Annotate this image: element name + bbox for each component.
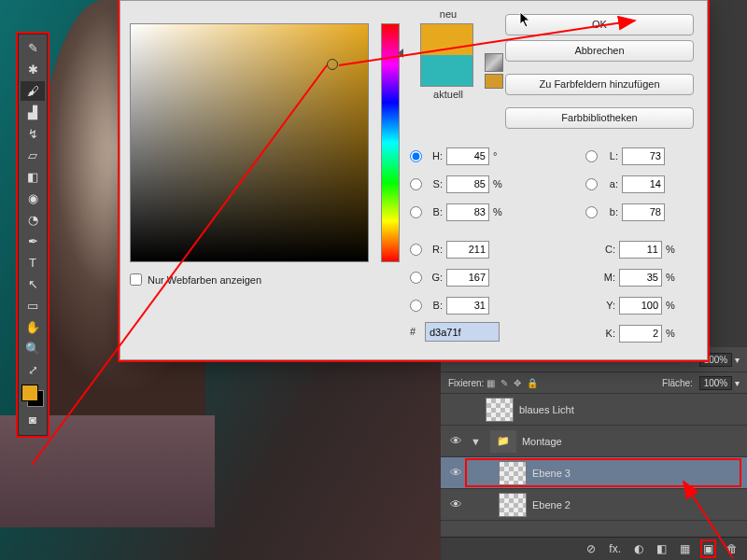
tool-swap[interactable]: ⤢ [21,360,45,380]
input-L[interactable] [622,147,665,165]
radio-a[interactable] [585,178,598,190]
input-C[interactable] [619,241,662,259]
color-field[interactable] [130,23,369,262]
tool-history-brush[interactable]: ↯ [21,124,45,144]
label-a: a: [601,178,618,189]
radio-s[interactable] [410,178,422,190]
label-b: B: [426,206,443,217]
gamut-swatch[interactable] [485,74,503,89]
tool-pen[interactable]: ✒ [21,231,45,251]
tool-blur[interactable]: ◉ [21,189,45,208]
radio-r[interactable] [410,244,422,256]
tool-brush[interactable]: 🖌 [21,81,45,101]
label-K: K: [600,328,615,339]
fill-label: Fläche: [662,378,693,388]
unit-Y: % [666,300,675,311]
input-a[interactable] [622,175,665,193]
tool-stamp[interactable]: ▟ [21,103,45,122]
radio-b[interactable] [410,206,422,218]
input-h[interactable] [446,147,489,165]
color-swatches[interactable] [21,384,45,408]
tool-strip: ✎✱🖌▟↯▱◧◉◔✒T↖▭✋🔍⤢◙ [18,34,48,436]
input-M[interactable] [619,269,662,287]
layer-list: blaues Licht👁▼📁Montage👁Ebene 3👁Ebene 2 [441,394,747,521]
tool-healing[interactable]: ✱ [21,60,45,79]
visibility-toggle[interactable]: 👁 [444,466,467,480]
radio-L[interactable] [585,150,598,162]
tool-shape[interactable]: ▭ [21,296,45,315]
row-K: K: % [600,324,675,343]
visibility-toggle[interactable]: 👁 [444,497,467,511]
layer-name: blaues Licht [519,404,574,415]
input-b2[interactable] [622,203,665,221]
layer-row[interactable]: 👁Ebene 2 [441,489,747,521]
label-b2: b: [601,206,618,217]
mouse-cursor-icon [519,11,532,28]
ok-button[interactable]: OK [505,14,694,35]
label-r: R: [426,244,443,255]
tool-zoom[interactable]: 🔍 [21,339,45,358]
layers-bottom-icon-5[interactable]: ▣ [703,542,713,555]
tool-dodge[interactable]: ◔ [21,210,45,230]
preview-current-swatch[interactable] [421,55,472,86]
layer-name: Ebene 2 [532,499,571,511]
fill-value[interactable]: 100% [699,376,733,390]
input-K[interactable] [619,325,662,343]
layers-bottom-icon-2[interactable]: ◐ [634,542,643,555]
radio-bl[interactable] [410,300,422,312]
row-s: S: % [410,175,502,193]
preview-new-swatch [421,24,472,55]
cancel-button[interactable]: Abbrechen [505,40,694,62]
preview-new-label: neu [420,8,476,20]
layers-bottom-icon-6[interactable]: 🗑 [726,542,738,555]
radio-g[interactable] [410,272,422,284]
hex-hash: # [410,326,416,337]
row-M: M: % [600,268,675,287]
row-Y: Y: % [600,296,675,315]
tool-quickmask[interactable]: ◙ [21,410,45,429]
foreground-swatch[interactable] [21,385,38,401]
label-bl: B: [426,300,443,311]
row-L: L: [585,147,665,165]
layers-bottom-icon-1[interactable]: fx. [609,542,621,555]
layer-thumb [499,461,527,485]
input-b[interactable] [446,203,489,221]
layer-row[interactable]: 👁▼📁Montage [441,426,747,457]
input-g[interactable] [446,269,489,287]
lock-label: Fixieren: [448,378,484,388]
layers-bottom-icon-0[interactable]: ⊘ [586,542,596,555]
visibility-toggle[interactable]: 👁 [444,434,467,448]
unit-M: % [666,272,675,283]
color-field-marker[interactable] [327,59,338,70]
input-bl[interactable] [446,297,489,315]
layer-name: Ebene 3 [532,468,571,479]
input-Y[interactable] [619,297,662,315]
layers-bottom-icon-4[interactable]: ▦ [680,542,690,555]
hue-slider[interactable] [381,23,400,262]
tool-type[interactable]: T [21,253,45,273]
layers-bottom-bar: ⊘fx.◐◧▦▣🗑 [441,537,747,560]
tool-eyedropper[interactable]: ✎ [21,38,45,58]
layer-row[interactable]: 👁Ebene 3 [441,457,747,489]
color-libraries-button[interactable]: Farbbibliotheken [505,107,694,129]
gamut-warning-icon[interactable] [485,53,503,72]
web-colors-checkbox[interactable]: Nur Webfarben anzeigen [130,273,261,286]
unit-K: % [666,328,675,339]
label-Y: Y: [600,300,615,311]
layers-bottom-icon-3[interactable]: ◧ [656,542,667,555]
input-r[interactable] [446,241,489,259]
tool-gradient[interactable]: ◧ [21,167,45,187]
input-s[interactable] [446,175,489,193]
tool-path-select[interactable]: ↖ [21,274,45,294]
radio-h[interactable] [410,150,422,162]
hue-slider-thumb[interactable] [398,49,403,58]
radio-b2[interactable] [585,206,598,218]
add-swatch-button[interactable]: Zu Farbfeldern hinzufügen [505,74,694,95]
lock-icons[interactable]: ▦✎✥🔒 [484,378,541,388]
layer-row[interactable]: blaues Licht [441,394,747,426]
web-colors-input[interactable] [130,273,142,286]
tool-hand[interactable]: ✋ [21,317,45,337]
tool-eraser[interactable]: ▱ [21,146,45,165]
unit-h: ° [493,150,497,161]
hex-input[interactable] [425,322,500,342]
